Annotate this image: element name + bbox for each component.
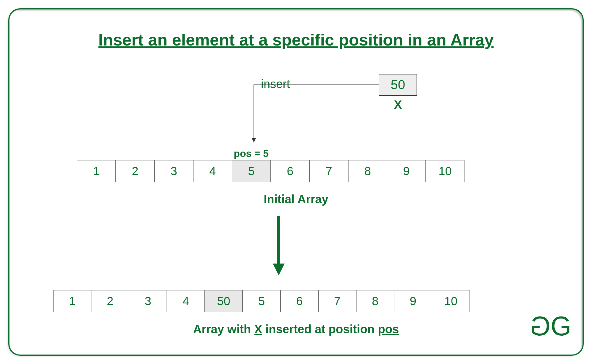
down-arrow-icon (273, 216, 285, 275)
pos-label: pos = 5 (234, 148, 269, 159)
x-value-box: 50 (379, 74, 417, 96)
array-cell: 2 (116, 160, 154, 182)
array-cell: 3 (129, 290, 167, 312)
array-cell: 2 (91, 290, 129, 312)
logo-right-g: G (551, 311, 566, 341)
initial-array-label: Initial Array (9, 193, 583, 206)
array-cell: 5 (243, 290, 280, 312)
array-cell: 9 (394, 290, 432, 312)
array-cell: 4 (193, 160, 232, 182)
gfg-logo-icon: GG (535, 311, 566, 342)
diagram-frame: Insert an element at a specific position… (8, 8, 584, 356)
array-cell: 50 (205, 290, 243, 312)
array-cell: 5 (232, 160, 271, 182)
x-label: X (379, 98, 417, 111)
array-cell: 8 (348, 160, 387, 182)
result-array: 1234505678910 (53, 290, 470, 312)
array-cell: 10 (432, 290, 470, 312)
array-cell: 6 (280, 290, 318, 312)
array-cell: 9 (387, 160, 426, 182)
array-cell: 7 (309, 160, 348, 182)
result-label-prefix: Array with (193, 323, 254, 336)
result-label-pos: pos (378, 323, 399, 336)
diagram-title: Insert an element at a specific position… (9, 30, 583, 49)
insert-label: insert (261, 77, 290, 91)
result-array-label: Array with X inserted at position pos (9, 323, 583, 336)
result-label-x: X (254, 323, 262, 336)
array-cell: 8 (356, 290, 394, 312)
array-cell: 4 (167, 290, 205, 312)
result-label-mid: inserted at position (262, 323, 378, 336)
array-cell: 1 (53, 290, 91, 312)
initial-array: 12345678910 (77, 160, 464, 182)
logo-left-g: G (535, 311, 551, 342)
array-cell: 3 (154, 160, 193, 182)
array-cell: 1 (77, 160, 116, 182)
array-cell: 6 (271, 160, 309, 182)
array-cell: 7 (318, 290, 356, 312)
array-cell: 10 (426, 160, 464, 182)
